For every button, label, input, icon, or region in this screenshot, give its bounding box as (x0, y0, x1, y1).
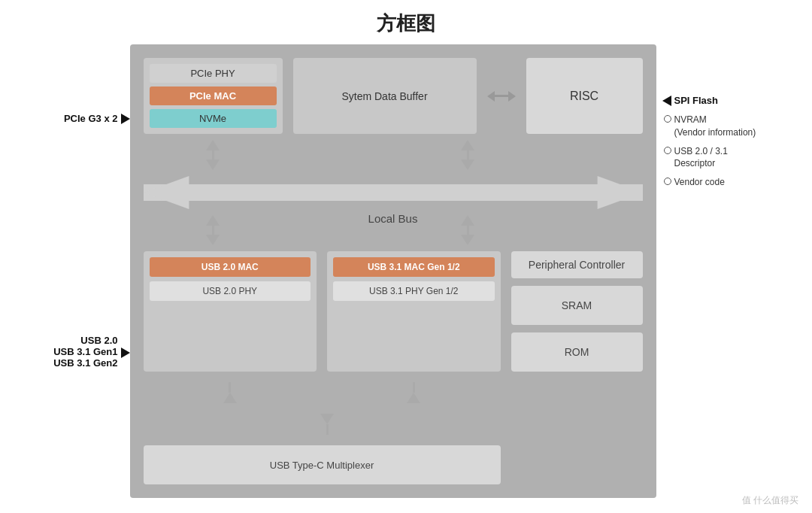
chip-block: PCIe PHY PCIe MAC NVMe Sytem Data Buffer (130, 44, 656, 498)
usb-mux-arrows-row (144, 382, 643, 403)
usb31-up-arrow (327, 382, 501, 403)
pcie-g3-label: PCIe G3 x 2 (64, 112, 130, 124)
up-arrow-icon (223, 393, 237, 403)
local-bus-svg (144, 176, 643, 209)
spi-arrow-icon (662, 96, 671, 106)
up-arrow-icon (461, 215, 474, 226)
usb31-vert-arrow (293, 215, 643, 245)
rom-block: ROM (511, 332, 643, 372)
page-title: 方框图 (0, 0, 812, 44)
right-labels: SPI Flash NVRAM(Vendor information) USB … (656, 44, 765, 189)
usb-desc-circle-icon (664, 147, 671, 154)
up-arrow-icon (407, 393, 420, 403)
arr-left-icon (487, 91, 495, 102)
down-arrow-icon (320, 414, 334, 424)
usb-mux-row: USB Type-C Multiplexer (144, 445, 643, 484)
pcie-vert-arrow (144, 140, 283, 170)
pcie-block: PCIe PHY PCIe MAC NVMe (144, 58, 283, 134)
usb31-mac-box: USB 3.1 MAC Gen 1/2 (333, 257, 495, 277)
peripheral-block: Peripheral Controller (511, 251, 643, 278)
left-labels: PCIe G3 x 2 USB 2.0 USB 3.1 Gen1 USB 3.1… (47, 44, 130, 369)
usb2-up-arrow (144, 382, 317, 403)
sram-block: SRAM (511, 286, 643, 325)
pcie-mac-box: PCIe MAC (150, 87, 277, 105)
risc-block: RISC (526, 58, 643, 134)
local-bus-container: Local Bus (144, 176, 643, 209)
vendor-code-circle-icon (664, 178, 671, 185)
watermark: 值 什么值得买 (742, 494, 798, 507)
usb2-vert-arrow (144, 215, 283, 245)
down-arrow-icon (461, 159, 474, 170)
up-arrow-icon (206, 215, 220, 226)
nvme-box: NVMe (150, 109, 277, 128)
pcie-phy-box: PCIe PHY (150, 64, 277, 83)
usb-labels: USB 2.0 USB 3.1 Gen1 USB 3.1 Gen2 (53, 335, 129, 369)
spi-flash-label: SPI Flash (662, 94, 719, 106)
usb-mux-block: USB Type-C Multiplexer (144, 445, 501, 484)
connector-line (495, 95, 508, 97)
local-bus-row: Local Bus (144, 176, 643, 209)
nvram-circle-icon (664, 115, 671, 123)
pcie-arrow-icon (121, 114, 130, 124)
mux-down-row (144, 414, 643, 435)
usb31-block: USB 3.1 MAC Gen 1/2 USB 3.1 PHY Gen 1/2 (327, 251, 501, 372)
sdb-vert-arrow (293, 140, 643, 170)
pcie-label-text: PCIe G3 x 2 (64, 113, 118, 124)
down-arrow-icon (461, 235, 474, 245)
up-arrow-icon (461, 140, 474, 150)
bottom-row: USB 2.0 MAC USB 2.0 PHY USB 3.1 MAC Gen … (144, 251, 643, 372)
usb-arrow-icon (121, 348, 130, 358)
svg-marker-1 (144, 176, 643, 209)
usb-label-text: USB 2.0 USB 3.1 Gen1 USB 3.1 Gen2 (53, 335, 117, 369)
down-arrow-icon (206, 159, 220, 170)
right-blocks: Peripheral Controller SRAM ROM (511, 251, 643, 372)
usb2-mac-box: USB 2.0 MAC (150, 257, 311, 277)
usb2-phy-box: USB 2.0 PHY (150, 281, 311, 301)
spi-item-usb-descriptor: USB 2.0 / 3.1 Descriptor (664, 145, 765, 171)
arr-right-icon (508, 91, 516, 102)
sdb-risc-connector (487, 58, 516, 134)
local-bus-label: Local Bus (368, 212, 418, 225)
vert-arrows-top (144, 144, 643, 165)
down-arrow-icon (206, 235, 220, 245)
usb2-block: USB 2.0 MAC USB 2.0 PHY (144, 251, 317, 372)
top-row: PCIe PHY PCIe MAC NVMe Sytem Data Buffer (144, 58, 643, 134)
sdb-block: Sytem Data Buffer (293, 58, 477, 134)
up-arrow-icon (206, 140, 220, 150)
spi-item-nvram: NVRAM(Vendor information) (664, 114, 756, 139)
usb31-phy-box: USB 3.1 PHY Gen 1/2 (333, 281, 495, 301)
spi-item-vendor-code: Vendor code (664, 176, 725, 189)
spi-flash-text: SPI Flash (674, 95, 719, 106)
